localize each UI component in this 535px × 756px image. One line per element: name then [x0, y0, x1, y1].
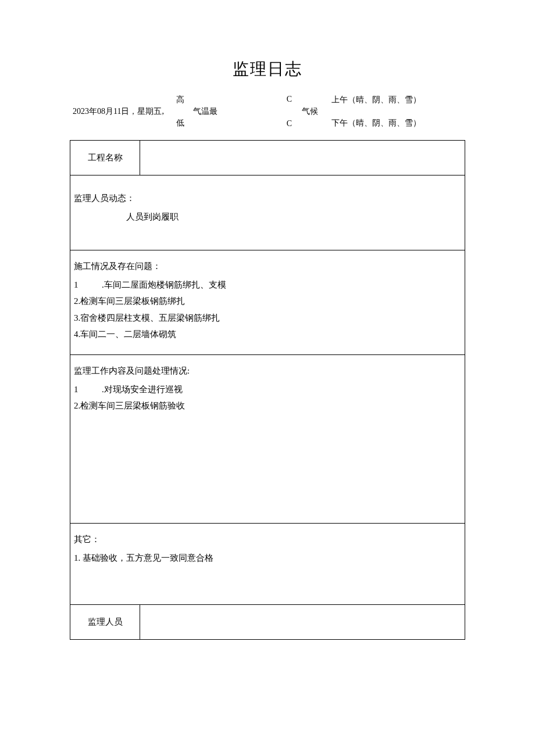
page-title: 监理日志 — [70, 58, 465, 80]
construction-item-1-num: 1 — [74, 278, 102, 293]
work-item-2: 2.检测车间三层梁板钢筋验收 — [74, 399, 461, 414]
work-title: 监理工作内容及问题处理情况: — [74, 366, 461, 377]
work-item-1-text: .对现场安全进行巡视 — [102, 382, 183, 397]
work-item-1: 1 .对现场安全进行巡视 — [74, 382, 461, 397]
construction-item-1: 1 .车间二屋面炮楼钢筋绑扎、支模 — [74, 278, 461, 293]
personnel-line: 人员到岗履职 — [74, 210, 461, 225]
construction-section: 施工情况及存在问题： 1 .车间二屋面炮楼钢筋绑扎、支模 2.检测车间三层梁板钢… — [70, 250, 465, 355]
personnel-section: 监理人员动态： 人员到岗履职 — [70, 175, 465, 250]
construction-title: 施工情况及存在问题： — [74, 261, 461, 272]
work-section: 监理工作内容及问题处理情况: 1 .对现场安全进行巡视 2.检测车间三层梁板钢筋… — [70, 355, 465, 524]
temp-label: 气温最 — [193, 106, 217, 117]
supervisor-row: 监理人员 — [70, 605, 465, 639]
other-section: 其它： 1. 基础验收，五方意见一致同意合格 — [70, 524, 465, 605]
work-item-1-num: 1 — [74, 382, 102, 397]
temp-unit-low: C — [287, 119, 292, 128]
climate-am: 上午（晴、阴、雨、雪） — [331, 95, 465, 105]
climate-pm: 下午（晴、阴、雨、雪） — [331, 118, 465, 128]
construction-item-3: 3.宿舍楼四层柱支模、五层梁钢筋绑扎 — [74, 311, 461, 326]
supervisor-label: 监理人员 — [70, 605, 140, 639]
personnel-title: 监理人员动态： — [74, 193, 461, 204]
construction-item-2: 2.检测车间三层梁板钢筋绑扎 — [74, 294, 461, 309]
project-name-row: 工程名称 — [70, 141, 465, 175]
construction-item-4: 4.车间二一、二层墙体砌筑 — [74, 327, 461, 342]
header-info: 2023年08月11日，星期五, 高 低 气温最 C C 气候 上午（晴、阴、雨… — [70, 95, 465, 128]
temp-unit-high: C — [287, 95, 292, 104]
supervisor-value[interactable] — [140, 605, 465, 639]
temp-high-label: 高 — [176, 95, 184, 105]
climate-label: 气候 — [302, 106, 318, 117]
project-name-label: 工程名称 — [70, 141, 140, 175]
construction-item-1-text: .车间二屋面炮楼钢筋绑扎、支模 — [102, 278, 226, 293]
other-title: 其它： — [74, 534, 461, 545]
date-text: 2023年08月11日，星期五, — [70, 95, 172, 128]
project-name-value[interactable] — [140, 141, 465, 175]
main-table: 工程名称 监理人员动态： 人员到岗履职 施工情况及存在问题： 1 .车间二屋面炮… — [70, 140, 465, 640]
other-item-1: 1. 基础验收，五方意见一致同意合格 — [74, 551, 461, 566]
temp-low-label: 低 — [176, 118, 184, 128]
